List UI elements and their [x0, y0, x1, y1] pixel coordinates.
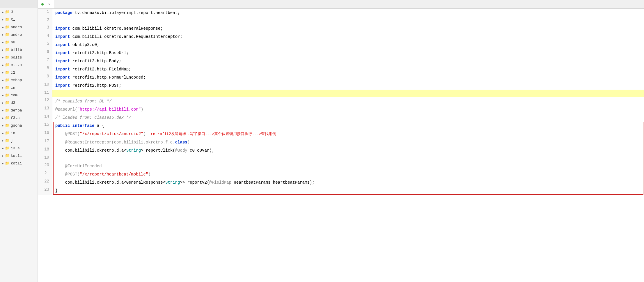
- sidebar-item-gsona[interactable]: ▶📁gsona: [0, 122, 38, 129]
- tree-arrow: ▶: [2, 124, 4, 127]
- sidebar-item-bolts[interactable]: ▶📁bolts: [0, 54, 38, 61]
- line-number: 5: [38, 41, 52, 49]
- tree-arrow: ▶: [2, 78, 4, 82]
- line-number: 21: [38, 170, 52, 178]
- sidebar-item-label: b0: [11, 40, 15, 45]
- line-number: 3: [38, 24, 52, 33]
- code-content: import retrofit2.http.FieldMap;: [52, 65, 644, 73]
- line-number: 9: [38, 73, 52, 81]
- sidebar-item-c2[interactable]: ▶📁c2: [0, 69, 38, 76]
- code-content: com.bilibili.okretro.d.a<String> reportC…: [52, 146, 644, 155]
- sidebar-item-bilib[interactable]: ▶📁bilib: [0, 46, 38, 54]
- tab-close-button[interactable]: ✕: [48, 2, 50, 6]
- code-row: 20 @FormUrlEncoded: [38, 162, 644, 170]
- folder-icon: 📁: [5, 123, 10, 128]
- code-row: 19: [38, 155, 644, 162]
- code-row: 8import retrofit2.http.FieldMap;: [38, 65, 644, 73]
- folder-icon: 📁: [5, 25, 10, 29]
- code-content: package tv.danmaku.biliplayerimpl.report…: [52, 9, 644, 17]
- folder-icon: 📁: [5, 93, 10, 97]
- sidebar-item-cmbap[interactable]: ▶📁cmbap: [0, 76, 38, 84]
- line-number: 7: [38, 57, 52, 65]
- tree-arrow: ▶: [2, 86, 4, 90]
- sidebar-item-label: kotli: [11, 154, 22, 158]
- folder-icon: 📁: [5, 63, 10, 67]
- line-number: 17: [38, 138, 52, 146]
- code-row: 2: [38, 17, 644, 24]
- code-row: 12/* compiled from: BL */: [38, 97, 644, 105]
- sidebar-item-label: J: [11, 10, 13, 14]
- folder-icon: 📁: [5, 47, 10, 52]
- line-number: 14: [38, 113, 52, 122]
- main-panel: ✕ 1package tv.danmaku.biliplayerimpl.rep…: [38, 0, 644, 282]
- code-content: @FormUrlEncoded: [52, 162, 644, 170]
- file-tab[interactable]: ✕: [38, 0, 54, 8]
- sidebar-item-label: kotli: [11, 161, 22, 166]
- sidebar-item-defpa[interactable]: ▶📁defpa: [0, 107, 38, 114]
- code-row: 1package tv.danmaku.biliplayerimpl.repor…: [38, 9, 644, 17]
- sidebar-header: [0, 0, 38, 8]
- sidebar-item-j[interactable]: ▶📁j: [0, 137, 38, 144]
- tree-arrow: ▶: [2, 25, 4, 29]
- sidebar-item-label: defpa: [11, 108, 22, 113]
- code-content: @POST("/x/report/heartbeat/mobile"): [52, 170, 644, 178]
- code-content: }: [52, 187, 644, 195]
- folder-icon: 📁: [5, 108, 10, 113]
- tree-arrow: ▶: [2, 116, 4, 120]
- sidebar-item-b0[interactable]: ▶📁b0: [0, 38, 38, 46]
- sidebar-item-j3.a.[interactable]: ▶📁j3.a.: [0, 144, 38, 152]
- code-row: 15public interface a {: [38, 122, 644, 130]
- sidebar-item-j[interactable]: ▶📁J: [0, 8, 38, 16]
- sidebar-item-label: c2: [11, 70, 15, 75]
- sidebar-item-andro[interactable]: ▶📁andro: [0, 23, 38, 31]
- code-row: 14/* loaded from: classes5.dex */: [38, 113, 644, 122]
- sidebar-item-label: d3: [11, 101, 15, 105]
- sidebar-item-kotli[interactable]: ▶📁kotli: [0, 152, 38, 159]
- sidebar-item-label: bilib: [11, 48, 22, 52]
- sidebar-item-kotli[interactable]: ▶📁kotli: [0, 159, 38, 167]
- sidebar-item-f3.a[interactable]: ▶📁f3.a: [0, 114, 38, 122]
- tree-arrow: ▶: [2, 101, 4, 105]
- tree-arrow: ▶: [2, 109, 4, 112]
- line-number: 19: [38, 155, 52, 162]
- folder-icon: 📁: [5, 116, 10, 120]
- tree-arrow: ▶: [2, 131, 4, 135]
- tree-arrow: ▶: [2, 146, 4, 150]
- sidebar-item-cn[interactable]: ▶📁cn: [0, 84, 38, 91]
- line-number: 6: [38, 49, 52, 57]
- folder-icon: 📁: [5, 131, 10, 135]
- sidebar-item-d3[interactable]: ▶📁d3: [0, 99, 38, 107]
- code-content: @POST("/x/report/click/android2") retrof…: [52, 130, 644, 138]
- line-number: 15: [38, 122, 52, 130]
- code-content: com.bilibili.okretro.d.a<GeneralResponse…: [52, 178, 644, 187]
- line-number: 16: [38, 130, 52, 138]
- folder-icon: 📁: [5, 153, 10, 158]
- sidebar-item-c.t.m[interactable]: ▶📁c.t.m: [0, 61, 38, 69]
- tree-arrow: ▶: [2, 33, 4, 37]
- sidebar-item-label: andro: [11, 25, 22, 29]
- tree-arrow: ▶: [2, 154, 4, 158]
- sidebar-item-io[interactable]: ▶📁io: [0, 129, 38, 137]
- code-editor[interactable]: 1package tv.danmaku.biliplayerimpl.repor…: [38, 9, 644, 282]
- sidebar-item-andro[interactable]: ▶📁andro: [0, 31, 38, 38]
- code-content: [52, 17, 644, 24]
- folder-icon: 📁: [5, 78, 10, 82]
- folder-icon: 📁: [5, 32, 10, 37]
- sidebar-item-label: andro: [11, 33, 22, 37]
- line-number: 20: [38, 162, 52, 170]
- code-row: 22 com.bilibili.okretro.d.a<GeneralRespo…: [38, 178, 644, 187]
- code-row: 6import retrofit2.http.BaseUrl;: [38, 49, 644, 57]
- code-container: 1package tv.danmaku.biliplayerimpl.repor…: [38, 9, 644, 195]
- sidebar-item-com[interactable]: ▶📁com: [0, 91, 38, 99]
- code-content: import com.bilibili.okretro.anno.Request…: [52, 33, 644, 41]
- code-row: 7import retrofit2.http.Body;: [38, 57, 644, 65]
- folder-icon: 📁: [5, 161, 10, 166]
- sidebar-tree[interactable]: ▶📁J▶📁XI▶📁andro▶📁andro▶📁b0▶📁bilib▶📁bolts▶…: [0, 8, 38, 282]
- sidebar-item-label: gsona: [11, 123, 22, 128]
- sidebar-item-label: j3.a.: [11, 146, 22, 150]
- tree-arrow: ▶: [2, 40, 4, 44]
- code-content: @RequestInterceptor(com.bilibili.okretro…: [52, 138, 644, 146]
- folder-icon: 📁: [5, 138, 10, 143]
- sidebar-item-xi[interactable]: ▶📁XI: [0, 16, 38, 23]
- sidebar-item-label: cn: [11, 86, 15, 90]
